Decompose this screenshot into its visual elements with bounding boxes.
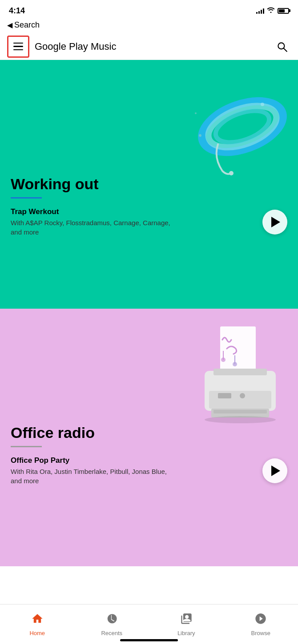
office-card: Office radio Office Pop Party With Rita … — [0, 309, 298, 566]
hamburger-line-1 — [13, 43, 23, 44]
office-playlist-info: Office Pop Party With Rita Ora, Justin T… — [11, 456, 180, 485]
workout-playlist: Trap Werkout With A$AP Rocky, Flosstrada… — [11, 207, 287, 237]
status-time: 4:14 — [9, 6, 25, 16]
status-icons — [256, 7, 289, 15]
office-divider — [11, 446, 42, 447]
status-bar: 4:14 — [0, 0, 298, 20]
app-header: Google Play Music — [0, 33, 298, 60]
battery-icon — [278, 8, 289, 14]
back-label: Search — [14, 20, 40, 30]
hamburger-menu-button[interactable] — [7, 36, 29, 58]
office-card-content: Office radio Office Pop Party With Rita … — [0, 309, 298, 485]
workout-playlist-info: Trap Werkout With A$AP Rocky, Flosstrada… — [11, 207, 180, 237]
workout-playlist-desc: With A$AP Rocky, Flosstradamus, Carnage,… — [11, 218, 180, 237]
nav-library[interactable]: Library — [149, 608, 224, 636]
play-icon — [271, 217, 280, 227]
signal-icon — [256, 8, 264, 14]
office-play-button[interactable] — [262, 458, 287, 483]
office-title: Office radio — [11, 424, 287, 441]
home-icon — [31, 612, 44, 628]
nav-home[interactable]: Home — [0, 608, 75, 636]
office-playlist-desc: With Rita Ora, Justin Timberlake, Pitbul… — [11, 467, 180, 485]
home-indicator — [120, 639, 178, 641]
nav-library-label: Library — [177, 630, 195, 636]
hamburger-line-3 — [13, 49, 23, 51]
search-icon — [276, 41, 288, 52]
search-button[interactable] — [273, 38, 291, 56]
workout-divider — [11, 197, 42, 199]
back-bar[interactable]: ◀ Search — [0, 20, 298, 33]
workout-play-button[interactable] — [262, 210, 287, 235]
workout-playlist-name: Trap Werkout — [11, 207, 180, 216]
bottom-nav: Home Recents Library Browse — [0, 604, 298, 644]
nav-browse-label: Browse — [251, 630, 270, 636]
library-icon — [180, 612, 193, 628]
app-title: Google Play Music — [35, 41, 273, 52]
nav-recents-label: Recents — [101, 630, 122, 636]
workout-card: Working out Trap Werkout With A$AP Rocky… — [0, 60, 298, 309]
workout-card-content: Working out Trap Werkout With A$AP Rocky… — [0, 60, 298, 237]
nav-home-label: Home — [29, 630, 45, 636]
office-playlist: Office Pop Party With Rita Ora, Justin T… — [11, 456, 287, 485]
svg-line-1 — [284, 48, 287, 51]
recents-icon — [105, 612, 118, 628]
browse-icon — [254, 612, 267, 628]
nav-recents[interactable]: Recents — [75, 608, 149, 636]
hamburger-line-2 — [13, 46, 23, 47]
workout-title: Working out — [11, 175, 287, 193]
back-arrow-icon: ◀ — [7, 21, 12, 29]
play-icon-2 — [271, 465, 280, 476]
wifi-icon — [267, 7, 275, 15]
office-playlist-name: Office Pop Party — [11, 456, 180, 465]
nav-browse[interactable]: Browse — [224, 608, 298, 636]
